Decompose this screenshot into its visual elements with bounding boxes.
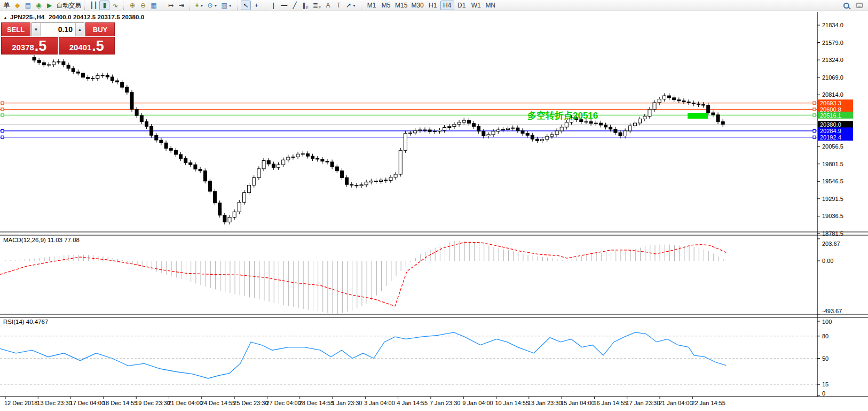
line-handle[interactable]	[1, 129, 4, 132]
candle-body	[419, 130, 422, 130]
collapse-trade-panel-button[interactable]: ▲	[3, 15, 7, 20]
volume-decrease-button[interactable]: ▼	[32, 23, 41, 36]
line-chart-icon[interactable]: ∿	[110, 1, 120, 10]
candle-body	[169, 149, 172, 151]
new-order-icon[interactable]: ◆	[12, 1, 22, 10]
time-tick-label: 24 Dec 14:55	[201, 400, 235, 406]
fibonacci-icon[interactable]: ≣F	[311, 1, 322, 10]
timeframe-m30[interactable]: M30	[409, 1, 425, 10]
price-tick-label: 21579.0	[822, 40, 843, 46]
timeframe-h1[interactable]: H1	[426, 1, 440, 10]
timeframe-m5[interactable]: M5	[379, 1, 393, 10]
cursor-icon[interactable]: ↖	[241, 1, 251, 10]
candle-body	[330, 162, 334, 167]
data-window-icon[interactable]: ▤	[23, 1, 33, 10]
timeframe-m1[interactable]: M1	[365, 1, 378, 10]
zoom-out-icon[interactable]: ⊖	[138, 1, 148, 10]
line-handle[interactable]	[1, 114, 4, 117]
time-axis[interactable]: 12 Dec 201813 Dec 23:3017 Dec 04:0018 De…	[4, 397, 725, 406]
chart-canvas[interactable]: 多空转折点20516MACD(12,26,9) 11.03 77.08RSI(1…	[0, 11, 868, 411]
search-icon[interactable]	[843, 3, 849, 9]
candle-body	[345, 177, 349, 184]
volume-field[interactable]: 0.10	[41, 23, 75, 36]
candle-body	[316, 159, 319, 159]
price-axis[interactable]: 21834.021579.021324.021069.020814.020056…	[817, 22, 853, 397]
trendline-icon[interactable]: ╱	[290, 1, 300, 10]
auto-scroll-icon[interactable]: ↦	[165, 1, 176, 10]
candle-body	[394, 174, 397, 177]
equidistant-channel-icon[interactable]: ∥E	[301, 1, 311, 10]
vertical-line-icon[interactable]: |	[269, 1, 279, 10]
tile-windows-icon[interactable]: ▦	[148, 1, 159, 10]
candle-body	[282, 160, 285, 165]
time-tick-label: 19 Dec 23:30	[135, 400, 170, 406]
line-handle[interactable]	[813, 108, 816, 111]
price-tick-label: 21324.0	[822, 57, 843, 63]
candle-body	[673, 98, 676, 100]
line-handle[interactable]	[813, 102, 816, 104]
indicators-add-icon[interactable]: +▼	[193, 1, 205, 10]
candle-body	[62, 61, 65, 65]
templates-icon[interactable]: ▥▼	[219, 1, 233, 10]
timeframe-h4[interactable]: H4	[440, 1, 454, 10]
time-tick-label: 7 Jan 23:30	[430, 400, 461, 406]
time-tick-label: 15 Jan 04:00	[561, 400, 595, 406]
sell-price-main: 20378	[12, 42, 34, 53]
arrows-icon[interactable]: ↗▼	[344, 1, 358, 10]
line-handle[interactable]	[813, 114, 816, 117]
price-tick-label: 20056.5	[822, 143, 843, 150]
macd-histogram	[5, 241, 723, 314]
price-tag-label: 20284.9	[820, 128, 841, 134]
text-icon[interactable]: A	[323, 1, 333, 10]
candle-body	[140, 115, 143, 122]
volume-increase-button[interactable]: ▲	[75, 23, 84, 36]
chart-window[interactable]: ▲JPN225-,H420400.0 20412.5 20317.5 20380…	[0, 11, 868, 411]
timeframe-mn[interactable]: MN	[484, 1, 498, 10]
candle-body	[546, 136, 549, 139]
candle-body	[52, 62, 56, 65]
annotation-text[interactable]: 多空转折点20516	[527, 110, 598, 121]
one-click-trading-panel: SELL ▼ 0.10 ▲ BUY 20378.5 20401.5	[1, 22, 115, 55]
periods-clock-icon[interactable]: ⊙▼	[206, 1, 219, 10]
candle-body	[619, 133, 622, 136]
candle-body	[301, 154, 304, 154]
line-handle[interactable]	[1, 136, 4, 138]
candle-body	[37, 60, 41, 63]
line-handle[interactable]	[813, 136, 816, 138]
candle-body	[267, 161, 270, 164]
time-tick-label: 12 Dec 2018	[4, 400, 37, 406]
rsi-tick-label: 100	[822, 319, 832, 325]
horizontal-line-icon[interactable]: —	[279, 1, 289, 10]
toolbar-right-icons	[843, 3, 866, 9]
line-handle[interactable]	[1, 102, 4, 104]
zoom-in-icon[interactable]: ⊕	[127, 1, 137, 10]
price-tag-label: 20192.4	[820, 134, 841, 141]
autotrading-icon-label[interactable]: 自动交易	[57, 2, 81, 10]
line-handle[interactable]	[1, 108, 4, 111]
candle-body	[467, 120, 470, 123]
text-label-icon[interactable]: T	[334, 1, 344, 10]
sell-button[interactable]: SELL	[1, 22, 30, 36]
buy-button[interactable]: BUY	[85, 22, 115, 36]
bar-chart-icon[interactable]: ┃┃	[88, 1, 99, 10]
timeframe-d1[interactable]: D1	[455, 1, 469, 10]
autotrading-icon[interactable]: ▶	[44, 1, 54, 10]
time-tick-label: 17 Jan 23:30	[626, 400, 660, 406]
price-tick-label: 19546.5	[822, 178, 843, 184]
chat-icon[interactable]	[856, 3, 863, 8]
chart-shift-icon[interactable]: ⇥	[176, 1, 186, 10]
signals-icon[interactable]: ◉	[34, 1, 44, 10]
timeframe-m15[interactable]: M15	[393, 1, 409, 10]
highlight-rectangle[interactable]	[688, 113, 708, 119]
buy-price-panel[interactable]: 20401.5	[59, 37, 115, 55]
toolbar-separator	[265, 2, 265, 10]
crosshair-icon[interactable]: +	[251, 1, 262, 10]
line-handle[interactable]	[813, 129, 816, 132]
timeframe-w1[interactable]: W1	[469, 1, 483, 10]
price-tag-label: 20516.1	[820, 112, 841, 119]
candle-body	[399, 150, 402, 174]
candlestick-chart-icon[interactable]: ▮	[99, 1, 109, 10]
sell-price-panel[interactable]: 20378.5	[1, 37, 58, 55]
macd-tick-label: 0.00	[822, 258, 833, 264]
buy-price-fraction: .5	[92, 39, 104, 53]
